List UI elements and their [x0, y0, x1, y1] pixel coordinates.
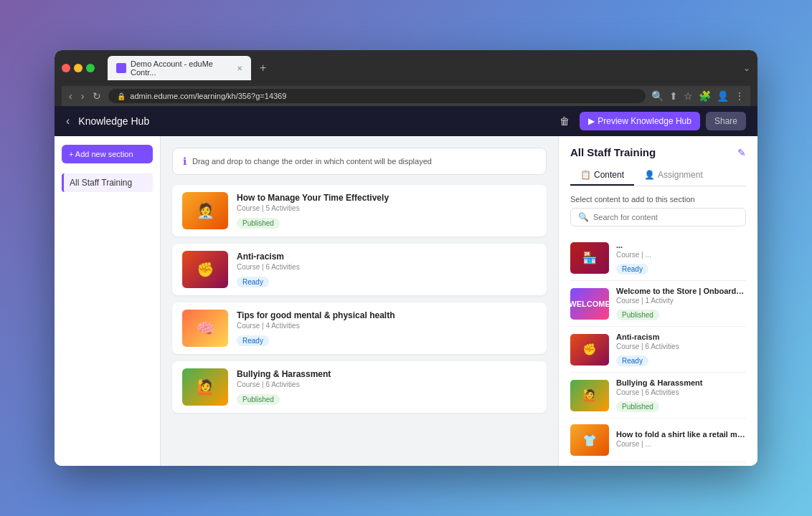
course-emoji-3: 🙋 [182, 368, 228, 406]
panel-course-meta-0: Course | ... [616, 251, 746, 259]
lock-icon: 🔒 [117, 92, 126, 100]
panel-course-title-1: Welcome to the Store | Onboarding C... [616, 287, 746, 295]
panel-course-item-2[interactable]: ✊ Anti-racism Course | 6 Activities Read… [570, 327, 746, 373]
minimize-traffic-light[interactable] [74, 64, 82, 72]
panel-course-meta-2: Course | 6 Activities [616, 343, 746, 350]
sidebar: + Add new section All Staff Training [55, 136, 161, 466]
search-icon: 🔍 [578, 212, 589, 222]
panel-thumbnail-0: 🏪 [570, 242, 609, 274]
panel-body: Select content to add to this section 🔍 … [559, 186, 757, 466]
panel-course-title-0: ... [616, 241, 746, 249]
sidebar-item-label: All Staff Training [70, 178, 132, 188]
course-meta-1: Course | 6 Activities [237, 263, 537, 271]
select-content-label: Select content to add to this section [570, 195, 746, 204]
course-thumbnail-0: 🧑‍💼 [182, 192, 228, 229]
browser-chrome: Demo Account - eduMe Contr... ✕ + ⌄ ‹ › … [55, 50, 757, 106]
panel-course-title-2: Anti-racism [616, 333, 746, 341]
course-title-0: How to Manage Your Time Effectively [237, 193, 537, 203]
maximize-traffic-light[interactable] [86, 64, 95, 72]
address-bar-row: ‹ › ↻ 🔒 admin.edume.com/learning/kh/356?… [62, 86, 750, 106]
panel-thumbnail-1: WELCOME [570, 288, 609, 320]
drag-notice-text: Drag and drop to change the order in whi… [192, 157, 432, 166]
menu-icon[interactable]: ⋮ [735, 90, 745, 102]
active-browser-tab[interactable]: Demo Account - eduMe Contr... ✕ [108, 56, 251, 80]
panel-title: All Staff Training [570, 146, 656, 158]
panel-emoji-2: ✊ [570, 334, 609, 366]
add-new-section-button[interactable]: + Add new section [62, 145, 153, 163]
center-content: ℹ Drag and drop to change the order in w… [161, 136, 558, 466]
course-info-2: Tips for good mental & physical health C… [237, 310, 537, 346]
course-thumbnail-2: 🧠 [182, 310, 228, 347]
nav-actions: 🗑 ▶ Preview Knowledge Hub Share [555, 112, 746, 130]
tab-close-button[interactable]: ✕ [237, 64, 242, 72]
search-input[interactable] [593, 213, 738, 221]
traffic-lights [62, 64, 95, 72]
panel-emoji-3: 🙋 [570, 380, 609, 411]
profile-icon[interactable]: 👤 [717, 90, 729, 102]
back-nav-button[interactable]: ‹ [66, 115, 70, 128]
forward-browser-button[interactable]: › [80, 89, 86, 103]
tab-favicon [116, 63, 126, 73]
course-emoji-2: 🧠 [182, 310, 228, 347]
drag-notice: ℹ Drag and drop to change the order in w… [172, 148, 547, 175]
course-card-0: 🧑‍💼 How to Manage Your Time Effectively … [172, 185, 547, 236]
assignment-tab-label: Assignment [658, 170, 703, 180]
course-title-1: Anti-racism [237, 252, 537, 262]
content-tab-icon: 📋 [580, 170, 591, 180]
panel-course-status-2: Ready [616, 355, 648, 366]
panel-course-info-2: Anti-racism Course | 6 Activities Ready [616, 333, 746, 366]
back-browser-button[interactable]: ‹ [67, 89, 74, 103]
address-bar[interactable]: 🔒 admin.edume.com/learning/kh/356?g=1436… [108, 89, 646, 103]
share-button[interactable]: Share [706, 112, 746, 130]
delete-button[interactable]: 🗑 [555, 113, 574, 130]
right-panel: All Staff Training ✎ 📋 Content 👤 Assignm… [558, 136, 757, 466]
tab-assignment[interactable]: 👤 Assignment [634, 166, 713, 186]
main-layout: + Add new section All Staff Training ℹ D… [55, 136, 757, 466]
panel-course-title-4: How to fold a shirt like a retail monste… [616, 430, 746, 439]
info-icon: ℹ [183, 156, 187, 167]
new-tab-button[interactable]: + [255, 60, 270, 76]
edit-section-icon[interactable]: ✎ [737, 147, 746, 158]
course-status-badge-1: Ready [237, 277, 269, 287]
panel-thumbnail-4: 👕 [570, 424, 609, 456]
refresh-browser-button[interactable]: ↻ [91, 89, 103, 103]
panel-course-meta-3: Course | 6 Activities [616, 388, 746, 396]
close-traffic-light[interactable] [62, 64, 70, 72]
panel-title-row: All Staff Training ✎ [570, 146, 746, 158]
panel-course-item-3[interactable]: 🙋 Bullying & Harassment Course | 6 Activ… [570, 373, 746, 419]
panel-course-item-1[interactable]: WELCOME Welcome to the Store | Onboardin… [570, 281, 746, 327]
search-browser-icon[interactable]: 🔍 [651, 90, 664, 102]
course-status-badge-0: Published [237, 218, 280, 229]
course-meta-2: Course | 4 Activities [237, 322, 537, 330]
tab-content[interactable]: 📋 Content [570, 166, 634, 186]
panel-course-item-4[interactable]: 👕 How to fold a shirt like a retail mons… [570, 419, 746, 462]
course-title-2: Tips for good mental & physical health [237, 310, 537, 320]
extensions-icon[interactable]: 🧩 [699, 90, 711, 102]
panel-header: All Staff Training ✎ 📋 Content 👤 Assignm… [559, 136, 757, 186]
panel-emoji-1: WELCOME [570, 288, 609, 320]
tab-title: Demo Account - eduMe Contr... [131, 59, 230, 77]
panel-thumbnail-3: 🙋 [570, 380, 609, 411]
panel-course-status-0: Ready [616, 264, 648, 274]
course-status-badge-3: Published [237, 394, 280, 405]
preview-knowledge-hub-button[interactable]: ▶ Preview Knowledge Hub [580, 112, 700, 130]
assignment-tab-icon: 👤 [644, 170, 655, 180]
search-bar[interactable]: 🔍 [570, 208, 746, 226]
course-info-1: Anti-racism Course | 6 Activities Ready [237, 252, 537, 287]
tab-overflow-button[interactable]: ⌄ [743, 63, 750, 73]
panel-course-item-0[interactable]: 🏪 ... Course | ... Ready [570, 235, 746, 281]
panel-emoji-0: 🏪 [570, 242, 609, 274]
sidebar-item-all-staff-training[interactable]: All Staff Training [62, 173, 153, 192]
panel-course-meta-4: Course | ... [616, 440, 746, 448]
course-title-3: Bullying & Harassment [237, 369, 537, 379]
panel-course-title-3: Bullying & Harassment [616, 378, 746, 387]
course-info-0: How to Manage Your Time Effectively Cour… [237, 193, 537, 229]
course-card-1: ✊ Anti-racism Course | 6 Activities Read… [172, 244, 547, 295]
course-info-3: Bullying & Harassment Course | 6 Activit… [237, 369, 537, 405]
panel-course-info-0: ... Course | ... Ready [616, 241, 746, 274]
browser-controls: Demo Account - eduMe Contr... ✕ + ⌄ [62, 56, 750, 80]
bookmark-icon[interactable]: ☆ [684, 90, 693, 102]
course-thumbnail-3: 🙋 [182, 368, 228, 406]
preview-icon: ▶ [588, 116, 595, 126]
share-browser-icon[interactable]: ⬆ [669, 90, 678, 102]
